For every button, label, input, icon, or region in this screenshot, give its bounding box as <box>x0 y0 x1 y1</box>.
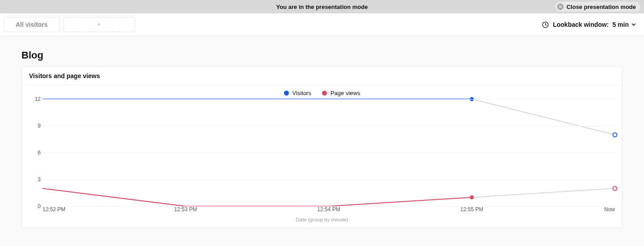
x-tick: 12:53 PM <box>174 206 197 213</box>
legend-item-page-views[interactable]: Page views <box>322 90 360 96</box>
chevron-down-icon <box>631 21 637 28</box>
close-presentation-label: Close presentation mode <box>567 4 636 10</box>
data-point <box>470 196 474 200</box>
lookback-label: Lookback window: <box>553 21 609 28</box>
data-point-realtime <box>613 187 617 191</box>
gridline <box>42 99 615 100</box>
lookback-select[interactable]: 5 min <box>612 21 637 28</box>
filter-add-button[interactable]: + <box>64 17 135 32</box>
presentation-banner: You are in the presentation mode Close p… <box>0 0 644 13</box>
chart-legend: Visitors Page views <box>29 89 615 99</box>
x-tick: 12:55 PM <box>460 206 483 213</box>
chart-card: Visitors and page views Visitors Page vi… <box>21 67 623 228</box>
gridline <box>42 126 615 126</box>
chart-x-axis: 12:52 PM12:53 PM12:54 PM12:55 PMNow <box>42 206 615 214</box>
chart-x-label: Date (group by minute) <box>29 217 615 222</box>
legend-swatch-page-views <box>322 91 327 96</box>
close-icon <box>557 3 564 10</box>
series-line <box>42 188 472 206</box>
gridline <box>42 179 615 180</box>
x-tick: Now <box>604 206 615 213</box>
series-line-realtime <box>472 99 615 135</box>
legend-item-visitors[interactable]: Visitors <box>284 90 311 96</box>
page-title: Blog <box>21 50 623 61</box>
y-tick: 12 <box>35 96 41 102</box>
y-tick: 0 <box>38 203 41 209</box>
y-tick: 6 <box>38 150 41 156</box>
lookback-value: 5 min <box>612 21 629 28</box>
series-line-realtime <box>472 188 615 197</box>
y-tick: 9 <box>38 123 41 129</box>
x-tick: 12:54 PM <box>317 206 340 213</box>
close-presentation-button[interactable]: Close presentation mode <box>555 2 640 12</box>
chart-card-title: Visitors and page views <box>22 67 622 85</box>
gridline <box>42 153 615 153</box>
x-tick: 12:52 PM <box>42 206 65 213</box>
filter-chip-all-visitors[interactable]: All visitors <box>4 17 60 32</box>
lookback-window: Lookback window: 5 min <box>542 21 637 29</box>
clock-icon <box>542 21 549 29</box>
y-tick: 3 <box>38 176 41 183</box>
chart-plot <box>42 99 615 206</box>
legend-swatch-visitors <box>284 91 289 96</box>
presentation-banner-message: You are in the presentation mode <box>276 4 368 10</box>
plus-icon: + <box>97 21 101 29</box>
filter-bar: All visitors + Lookback window: 5 min <box>0 13 644 36</box>
data-point-realtime <box>613 133 617 137</box>
chart-y-axis: 036912 <box>29 99 42 206</box>
